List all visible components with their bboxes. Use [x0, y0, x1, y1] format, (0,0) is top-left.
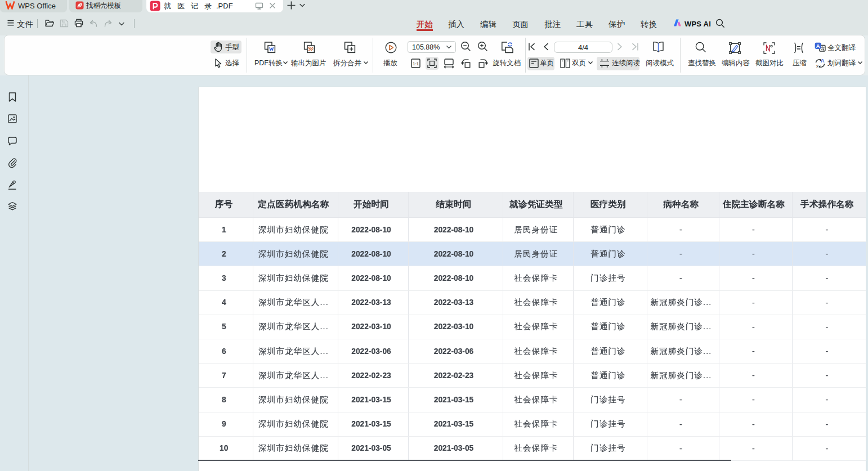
svg-text:A: A: [821, 58, 825, 64]
svg-text:x: x: [816, 64, 818, 69]
svg-text:A: A: [816, 43, 820, 49]
svg-text:1:1: 1:1: [413, 61, 419, 66]
